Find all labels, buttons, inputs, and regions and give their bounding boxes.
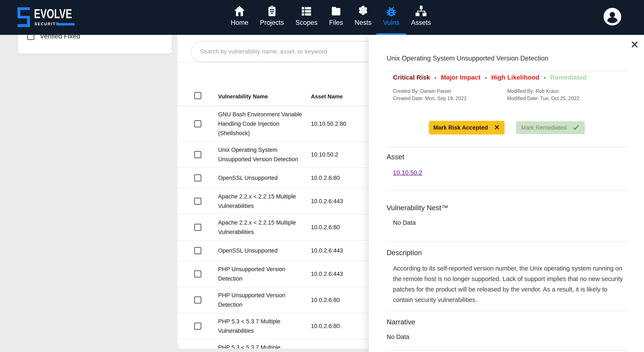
nav-item-label: Nests: [355, 19, 372, 26]
divider: [386, 350, 628, 351]
created-date: Created Date: Mon, Sep 19, 2022: [393, 95, 466, 102]
brand-bar: [56, 23, 74, 26]
projects-icon: [266, 5, 278, 18]
created-by: Created By: Darwin Parser: [393, 88, 466, 95]
divider: [386, 147, 628, 147]
nav-item-label: Assets: [411, 19, 431, 26]
risk-likelihood: High Likelihood: [491, 74, 540, 81]
home-icon: [233, 5, 246, 18]
modified-date: Modified Date: Tue, Oct 25, 2022: [507, 95, 627, 102]
nests-icon: [357, 5, 369, 18]
asset-name-cell: 10.10.50.2: [311, 152, 338, 158]
column-header-asset-name: Asset Name: [311, 93, 343, 100]
vulnerability-name-cell[interactable]: PHP 5.3 < 5.3.7 Multiple Vulnerabilities: [218, 317, 310, 336]
files-icon: [330, 5, 342, 18]
vulnerability-name-cell[interactable]: PHP Unsupported Version Detection: [218, 290, 310, 310]
page: Verified Fixed Vulnerability Name Asset …: [0, 0, 644, 352]
asset-name-cell: 10.0.2.6:80: [311, 323, 340, 330]
nav-item-home[interactable]: Home: [225, 0, 254, 35]
vulns-icon: [385, 5, 398, 18]
vulnerability-name-cell[interactable]: PHP Unsupported Version Detection: [218, 264, 310, 283]
row-checkbox[interactable]: [194, 120, 202, 128]
mark-risk-accepted-button[interactable]: Mark Risk Accepted: [429, 121, 504, 134]
meta-block: Created By: Darwin Parser Created Date: …: [393, 88, 466, 102]
close-icon[interactable]: [630, 40, 640, 50]
nav-item-label: Projects: [260, 19, 284, 26]
nav-item-vulns[interactable]: Vulns: [378, 0, 405, 35]
asset-name-cell: 10.10.50.2:80: [311, 120, 346, 127]
asset-name-cell: 10.0.2.6:80: [311, 175, 340, 181]
assets-icon: [415, 5, 427, 18]
divider: [386, 241, 628, 242]
row-checkbox[interactable]: [194, 247, 202, 254]
row-checkbox[interactable]: [194, 296, 202, 304]
divider: [386, 310, 628, 311]
asset-name-cell: 10.0.2.6:80: [311, 224, 340, 231]
modified-by: Modified By: Rob Kraus: [507, 88, 627, 95]
nav-item-label: Scopes: [296, 19, 318, 26]
nav-item-label: Vulns: [383, 19, 400, 26]
narrative-heading: Narrative: [386, 318, 415, 326]
evolve-security-logo[interactable]: EVOLVE SECURITY: [17, 7, 90, 28]
asset-section-heading: Asset: [386, 153, 404, 161]
vulnerability-name-cell[interactable]: Unix Operating System Unsupported Versio…: [218, 145, 310, 164]
description-body: According to its self-reported version n…: [393, 263, 629, 305]
logo-glyph-icon: [17, 7, 30, 27]
risk-severity: Critical Risk: [393, 74, 430, 81]
select-all-checkbox[interactable]: [194, 92, 202, 99]
nav-items: HomeProjectsScopesFilesNestsVulnsAssets: [225, 0, 436, 35]
divider: [386, 71, 628, 71]
vulnerability-name-cell[interactable]: GNU Bash Environment Variable Handling C…: [218, 110, 310, 138]
row-checkbox[interactable]: [194, 198, 202, 205]
vulnerability-nest-heading: Vulnerability Nest™: [386, 204, 448, 212]
vulnerability-name-cell[interactable]: PHP 5.3 < 5.3.7 Multiple Vulnerabilities: [218, 343, 310, 348]
asset-name-cell: 10.0.2.6:443: [311, 271, 343, 277]
check-icon: [572, 124, 580, 132]
vulnerability-name-cell[interactable]: OpenSSL Unsupported: [218, 173, 310, 183]
nav-item-label: Files: [329, 19, 343, 26]
user-avatar[interactable]: [603, 7, 622, 26]
nav-item-files[interactable]: Files: [323, 0, 349, 35]
vulnerability-detail-panel: Unix Operating System Unsupported Versio…: [369, 35, 644, 352]
risk-summary-line: Critical Risk - Major Impact - High Like…: [393, 74, 587, 81]
asset-name-cell: 10.0.2.6:443: [311, 198, 343, 205]
divider: [386, 190, 628, 191]
mark-remediated-button[interactable]: Mark Remediated: [516, 121, 585, 134]
row-checkbox[interactable]: [194, 174, 202, 182]
risk-impact: Major Impact: [441, 74, 480, 81]
vulnerability-name-cell[interactable]: OpenSSL Unsupported: [218, 246, 310, 255]
row-checkbox[interactable]: [194, 270, 202, 278]
x-icon: [494, 124, 500, 132]
nav-item-assets[interactable]: Assets: [405, 0, 436, 35]
asset-name-cell: 10.0.2.6:443: [311, 248, 343, 254]
column-header-vulnerability-name: Vulnerability Name: [218, 93, 268, 100]
panel-title: Unix Operating System Unsupported Versio…: [386, 54, 630, 62]
nav-item-projects[interactable]: Projects: [254, 0, 290, 35]
brand-title: EVOLVE: [34, 6, 72, 21]
vulnerability-nest-value: No Data: [393, 219, 416, 226]
scopes-icon: [300, 5, 312, 18]
row-checkbox[interactable]: [194, 151, 202, 158]
narrative-value: No Data: [386, 334, 409, 340]
row-checkbox[interactable]: [194, 224, 202, 231]
description-heading: Description: [386, 249, 422, 257]
vulnerability-name-cell[interactable]: Apache 2.2.x < 2.2.15 Multiple Vulnerabi…: [218, 192, 310, 211]
row-checkbox[interactable]: [194, 322, 202, 330]
nav-item-scopes[interactable]: Scopes: [290, 0, 323, 35]
brand-subtitle: SECURITY: [34, 22, 59, 26]
nav-item-nests[interactable]: Nests: [349, 0, 378, 35]
asset-name-cell: 10.0.2.6:80: [311, 297, 340, 304]
vulnerability-name-cell[interactable]: Apache 2.2.x < 2.2.15 Multiple Vulnerabi…: [218, 218, 310, 237]
asset-link[interactable]: 10.10.50.2: [393, 169, 422, 176]
nav-item-label: Home: [231, 19, 248, 26]
top-navbar: EVOLVE SECURITY HomeProjectsScopesFilesN…: [0, 0, 644, 35]
risk-status: Remediated: [550, 74, 587, 81]
